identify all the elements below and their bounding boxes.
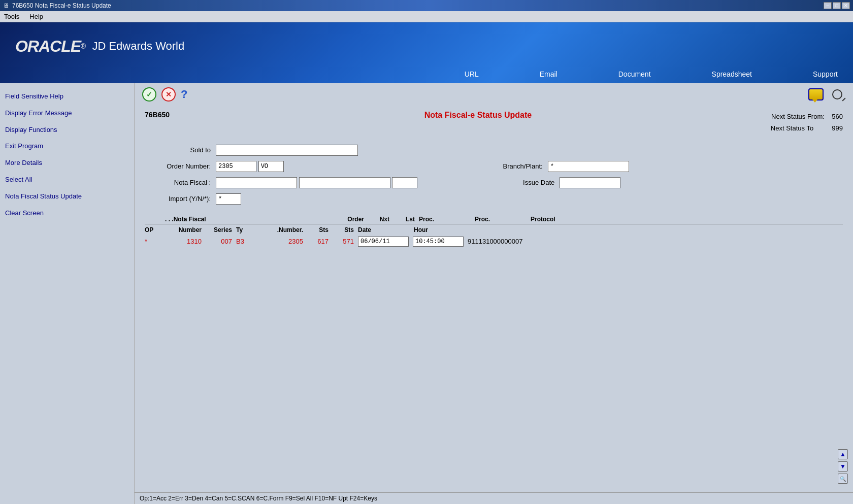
- form-header: 76B650 Nota Fiscal-e Status Update Next …: [145, 111, 843, 135]
- nav-spreadsheet[interactable]: Spreadsheet: [712, 70, 752, 78]
- title-bar-icon: 🖥: [3, 2, 9, 9]
- oracle-logo-area: ORACLE® JD Edwards World: [0, 22, 853, 70]
- cell-nxt-sts: 617: [307, 238, 333, 245]
- sold-to-input[interactable]: [216, 145, 358, 156]
- form-area: 76B650 Nota Fiscal-e Status Update Next …: [135, 106, 853, 504]
- sidebar: Field Sensitive Help Display Error Messa…: [0, 83, 135, 504]
- col-header-proc-date: Proc.: [419, 216, 475, 223]
- sold-to-label: Sold to: [145, 146, 216, 154]
- col-header-op: [145, 216, 165, 223]
- nota-fiscal-input-3[interactable]: [392, 177, 417, 188]
- status-from-value: 560: [832, 113, 843, 120]
- zoom-button[interactable]: 🔍: [838, 474, 848, 484]
- col-header-lst: Lst: [393, 216, 419, 223]
- title-bar-left: 🖥 76B650 Nota Fiscal-e Status Update: [3, 2, 111, 9]
- nota-fiscal-row: Nota Fiscal : Issue Date: [145, 177, 843, 188]
- status-from-label: Next Status From:: [771, 113, 825, 120]
- sidebar-item-more-details[interactable]: More Details: [0, 155, 134, 172]
- nav-url[interactable]: URL: [465, 70, 479, 78]
- status-to-row: Next Status To 999: [771, 122, 843, 134]
- subhdr-date: Date: [358, 226, 414, 233]
- order-number-row: Order Number: Branch/Plant:: [145, 161, 843, 172]
- col-header-proc-hour: Proc.: [475, 216, 531, 223]
- sidebar-item-nota-fiscal-status-update[interactable]: Nota Fiscal Status Update: [0, 188, 134, 205]
- menu-bar: Tools Help: [0, 11, 853, 22]
- search-icon-button[interactable]: [829, 87, 845, 102]
- title-bar: 🖥 76B650 Nota Fiscal-e Status Update – □…: [0, 0, 853, 11]
- oracle-logo: ORACLE® JD Edwards World: [15, 37, 184, 56]
- order-number-input[interactable]: [216, 161, 256, 172]
- sidebar-item-field-sensitive-help[interactable]: Field Sensitive Help: [0, 88, 134, 105]
- subhdr-hour: Hour: [414, 226, 470, 233]
- subhdr-op: OP: [145, 226, 165, 233]
- nota-fiscal-input-1[interactable]: [216, 177, 297, 188]
- order-number-label: Order Number:: [145, 162, 216, 170]
- cell-ty: B3: [236, 238, 256, 245]
- subhdr-ty: Ty: [236, 226, 256, 233]
- form-id: 76B650: [145, 111, 185, 119]
- data-table: . . .Nota Fiscal Order Nxt Lst Proc. Pro…: [145, 215, 843, 248]
- scroll-buttons: ▲ ▼ 🔍: [838, 449, 848, 484]
- status-bar: Op:1=Acc 2=Err 3=Den 4=Can 5=C.SCAN 6=C.…: [135, 492, 853, 504]
- oracle-wordmark: ORACLE: [15, 37, 81, 56]
- import-input[interactable]: [216, 193, 241, 205]
- nota-fiscal-input-2[interactable]: [299, 177, 390, 188]
- subhdr-order-number: .Number.: [256, 226, 307, 233]
- status-from-row: Next Status From: 560: [771, 111, 843, 122]
- nota-fiscal-label: Nota Fiscal :: [145, 179, 216, 186]
- oracle-registered: ®: [81, 42, 86, 50]
- status-text: Op:1=Acc 2=Err 3=Den 4=Can 5=C.SCAN 6=C.…: [140, 495, 377, 502]
- sidebar-item-select-all[interactable]: Select All: [0, 172, 134, 188]
- nav-document[interactable]: Document: [618, 70, 651, 78]
- cell-proc-hour[interactable]: [413, 237, 464, 247]
- issue-date-input[interactable]: [560, 177, 620, 188]
- scroll-down-button[interactable]: ▼: [838, 461, 848, 472]
- order-type-input[interactable]: [258, 161, 284, 172]
- maximize-button[interactable]: □: [833, 2, 841, 9]
- sidebar-item-display-error-message[interactable]: Display Error Message: [0, 105, 134, 122]
- subhdr-number: Number: [165, 226, 206, 233]
- subhdr-lst: Sts: [333, 226, 358, 233]
- nav-support[interactable]: Support: [813, 70, 838, 78]
- nav-email[interactable]: Email: [540, 70, 557, 78]
- import-row: Import (Y/N/*):: [145, 193, 843, 205]
- branch-plant-input[interactable]: [548, 161, 629, 172]
- col-header-nota-fiscal: . . .Nota Fiscal: [165, 216, 317, 223]
- minimize-button[interactable]: –: [824, 2, 832, 9]
- branch-plant-label: Branch/Plant:: [487, 162, 548, 170]
- cell-lst-sts: 571: [333, 238, 358, 245]
- status-to-value: 999: [832, 124, 843, 132]
- title-bar-controls: – □ ✕: [824, 2, 850, 9]
- toolbar-right: [808, 87, 845, 102]
- table-row: * 1310 007 B3 2305 617 571 9111310000000…: [145, 236, 843, 248]
- sold-to-row: Sold to: [145, 145, 843, 156]
- sidebar-item-display-functions[interactable]: Display Functions: [0, 122, 134, 139]
- search-icon: [832, 89, 842, 99]
- cell-order-number: 2305: [256, 238, 307, 245]
- menu-help[interactable]: Help: [27, 12, 45, 21]
- import-label: Import (Y/N/*):: [145, 195, 216, 203]
- form-title: Nota Fiscal-e Status Update: [185, 111, 771, 120]
- cell-proc-date[interactable]: [358, 237, 409, 247]
- subhdr-protocol: [470, 226, 571, 233]
- sidebar-item-exit-program[interactable]: Exit Program: [0, 138, 134, 155]
- scroll-up-button[interactable]: ▲: [838, 449, 848, 459]
- ok-button[interactable]: ✓: [142, 87, 156, 102]
- status-to-label: Next Status To: [771, 124, 813, 132]
- sidebar-item-clear-screen[interactable]: Clear Screen: [0, 205, 134, 222]
- col-header-order: Order: [317, 216, 368, 223]
- oracle-header: ORACLE® JD Edwards World URL Email Docum…: [0, 22, 853, 83]
- main-layout: Field Sensitive Help Display Error Messa…: [0, 83, 853, 504]
- form-status: Next Status From: 560 Next Status To 999: [771, 111, 843, 135]
- chat-icon-button[interactable]: [808, 87, 824, 102]
- menu-tools[interactable]: Tools: [2, 12, 21, 21]
- jde-wordmark: JD Edwards World: [92, 40, 184, 53]
- content-area: ✓ ✕ ? 76B650 Nota Fiscal-e Status Update: [135, 83, 853, 504]
- cancel-button[interactable]: ✕: [161, 87, 176, 102]
- chat-icon: [808, 88, 824, 100]
- help-button[interactable]: ?: [181, 88, 187, 101]
- close-button[interactable]: ✕: [842, 2, 850, 9]
- table-subheader: OP Number Series Ty .Number. Sts Sts Dat…: [145, 226, 843, 233]
- table-header: . . .Nota Fiscal Order Nxt Lst Proc. Pro…: [145, 215, 843, 224]
- subhdr-series: Series: [206, 226, 236, 233]
